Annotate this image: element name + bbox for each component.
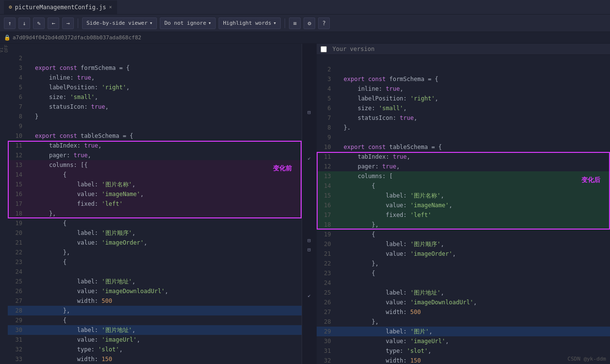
highlight-dropdown[interactable]: Highlight words ▾ (219, 17, 281, 29)
right-header: Your version (317, 44, 610, 55)
right-code-area[interactable]: 2345678910111213141516171819202122232425… (317, 55, 610, 364)
middle-gutter: ⊟↙⊟⊟↙ (302, 44, 317, 364)
hash-bar: 🔒 a7d09d4f042bd4d0372dfacb08b037ada868cf… (0, 32, 610, 44)
edit-button[interactable]: ✎ (33, 17, 45, 29)
file-tab[interactable]: ⚙ pictureManagementConfig.js × (4, 0, 117, 14)
left-change-label: 变化前 (273, 164, 292, 173)
ignore-dropdown[interactable]: Do not ignore ▾ (160, 17, 216, 29)
hash-value: a7d09d4f042bd4d0372dfacb08b037ada868cf82 (13, 34, 141, 41)
right-panel: Your version 234567891011121314151617181… (317, 44, 610, 364)
your-version-checkbox[interactable] (321, 46, 327, 52)
toolbar: ↑ ↓ ✎ ← → Side-by-side viewer ▾ Do not i… (0, 15, 610, 32)
viewer-label: Side-by-side viewer (86, 20, 148, 26)
left-panel: 2345678910111213141516171819202122232425… (8, 44, 302, 364)
tab-label: pictureManagementConfig.js (15, 4, 106, 11)
file-icon: ⚙ (9, 4, 12, 10)
ignore-label: Do not ignore (164, 20, 206, 26)
viewer-arrow-icon: ▾ (150, 20, 153, 26)
down-button[interactable]: ↓ (18, 17, 30, 29)
ignore-arrow-icon: ▾ (208, 20, 212, 26)
watermark: CSDN @yk-ddm (568, 356, 606, 362)
your-version-label: Your version (333, 46, 375, 52)
columns-icon[interactable]: ≡ (289, 17, 301, 29)
settings-icon[interactable]: ⚙ (304, 17, 315, 29)
highlight-label: Highlight words (223, 20, 271, 26)
lock-icon: 🔒 (4, 34, 11, 41)
back-button[interactable]: ← (48, 17, 59, 29)
help-icon[interactable]: ? (318, 17, 330, 29)
title-bar: ⚙ pictureManagementConfig.js × (0, 0, 610, 15)
divider-2 (285, 18, 285, 28)
divider-1 (78, 18, 78, 28)
diff-container: VIOFF 2345678910111213141516171819202122… (0, 44, 610, 364)
forward-button[interactable]: → (62, 17, 74, 29)
highlight-arrow-icon: ▾ (273, 20, 277, 26)
viewer-dropdown[interactable]: Side-by-side viewer ▾ (82, 17, 157, 29)
right-change-label: 变化后 (581, 176, 600, 184)
left-code-area[interactable]: 2345678910111213141516171819202122232425… (8, 44, 302, 364)
tab-close-button[interactable]: × (109, 4, 112, 10)
up-button[interactable]: ↑ (4, 17, 16, 29)
vi-gutter: VIOFF (0, 44, 8, 364)
